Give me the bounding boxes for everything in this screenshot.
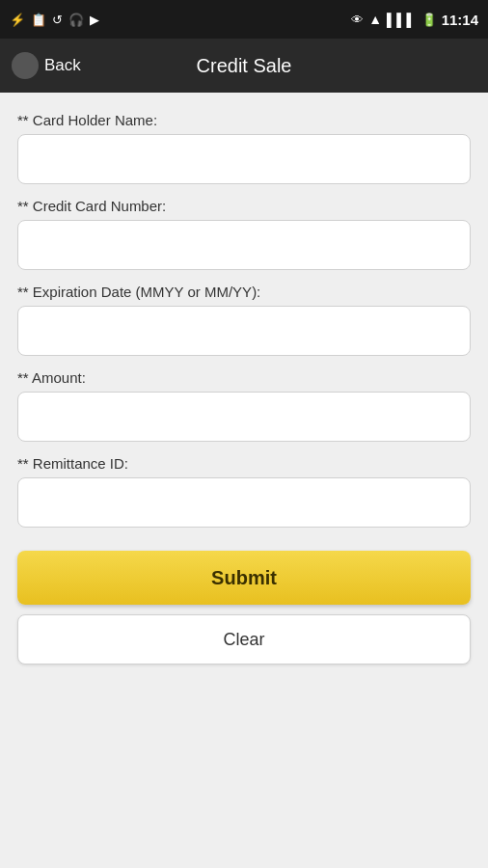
amount-field-group: ** Amount: <box>17 369 471 451</box>
remittance-id-field-group: ** Remittance ID: <box>17 455 471 537</box>
back-toggle-icon <box>12 52 39 79</box>
signal-icon: ▌▌▌ <box>387 13 417 27</box>
card-holder-name-field-group: ** Card Holder Name: <box>17 112 471 194</box>
eye-icon: 👁 <box>351 13 364 27</box>
credit-card-number-input[interactable] <box>17 220 471 270</box>
usb-icon: ⚡ <box>10 13 25 27</box>
nav-bar: Back Credit Sale <box>0 39 488 93</box>
status-bar-left: ⚡ 📋 ↺ 🎧 ▶ <box>10 13 99 27</box>
card-holder-name-label: ** Card Holder Name: <box>17 112 471 128</box>
battery-icon: 🔋 <box>421 13 437 27</box>
refresh-icon: ↺ <box>52 13 63 27</box>
credit-card-number-field-group: ** Credit Card Number: <box>17 198 471 280</box>
status-bar: ⚡ 📋 ↺ 🎧 ▶ 👁 ▲ ▌▌▌ 🔋 11:14 <box>0 0 488 39</box>
remittance-id-input[interactable] <box>17 477 471 528</box>
amount-input[interactable] <box>17 392 471 442</box>
page-title: Credit Sale <box>197 55 292 77</box>
status-bar-right: 👁 ▲ ▌▌▌ 🔋 11:14 <box>351 12 478 28</box>
back-label: Back <box>44 56 81 75</box>
submit-button[interactable]: Submit <box>17 551 471 605</box>
remittance-id-label: ** Remittance ID: <box>17 455 471 472</box>
expiration-date-label: ** Expiration Date (MMYY or MM/YY): <box>17 284 471 300</box>
clear-button[interactable]: Clear <box>17 614 471 665</box>
sim-icon: 📋 <box>31 13 46 27</box>
status-time: 11:14 <box>442 12 478 28</box>
card-holder-name-input[interactable] <box>17 134 471 184</box>
expiration-date-input[interactable] <box>17 306 471 356</box>
wifi-icon: ▲ <box>368 12 382 27</box>
headphone-icon: 🎧 <box>68 13 84 27</box>
back-button[interactable]: Back <box>12 52 81 79</box>
expiration-date-field-group: ** Expiration Date (MMYY or MM/YY): <box>17 284 471 366</box>
credit-card-number-label: ** Credit Card Number: <box>17 198 471 214</box>
main-content: ** Card Holder Name: ** Credit Card Numb… <box>0 93 488 868</box>
amount-label: ** Amount: <box>17 369 471 386</box>
play-icon: ▶ <box>90 13 99 27</box>
